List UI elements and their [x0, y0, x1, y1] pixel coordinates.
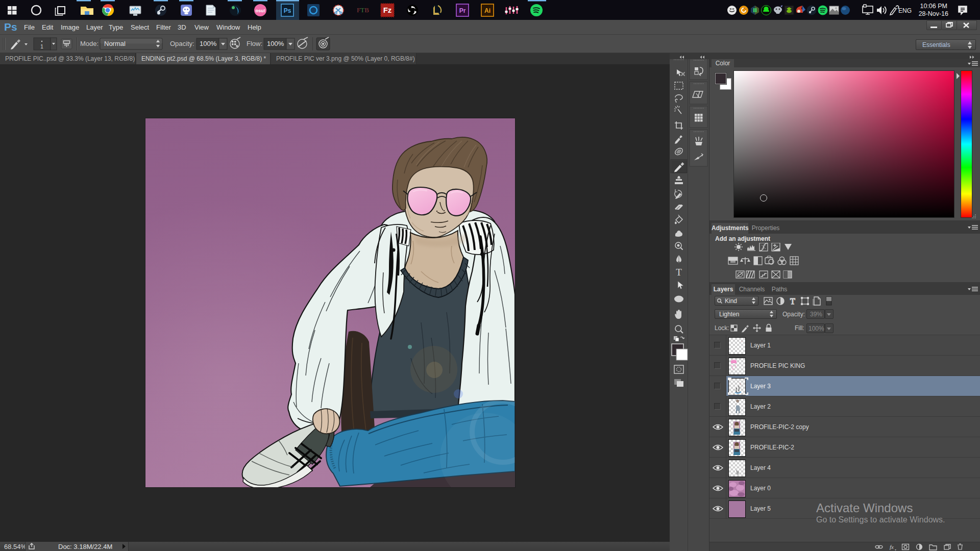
svg-text:Ai: Ai: [484, 7, 491, 14]
svg-text:Pr: Pr: [459, 7, 466, 14]
svg-text:ENG: ENG: [898, 7, 912, 14]
svg-text:Ps: Ps: [284, 7, 291, 14]
svg-text:100%: 100%: [200, 40, 217, 47]
svg-text:Normal: Normal: [104, 40, 126, 47]
svg-text:FTB: FTB: [357, 6, 369, 14]
svg-text:osu!: osu!: [256, 8, 265, 13]
svg-text:Fz: Fz: [383, 6, 392, 14]
svg-text:Mode:: Mode:: [80, 40, 99, 47]
svg-text:T: T: [676, 267, 682, 278]
svg-text:1: 1: [40, 44, 43, 49]
svg-text:fx: fx: [890, 544, 894, 550]
svg-text:Opacity:: Opacity:: [170, 40, 194, 47]
svg-text:Flow:: Flow:: [247, 40, 262, 47]
svg-text:T: T: [790, 297, 795, 306]
svg-text:28-Nov-16: 28-Nov-16: [919, 10, 948, 17]
svg-text:100%: 100%: [267, 40, 284, 47]
svg-text:10:06 PM: 10:06 PM: [920, 3, 947, 10]
